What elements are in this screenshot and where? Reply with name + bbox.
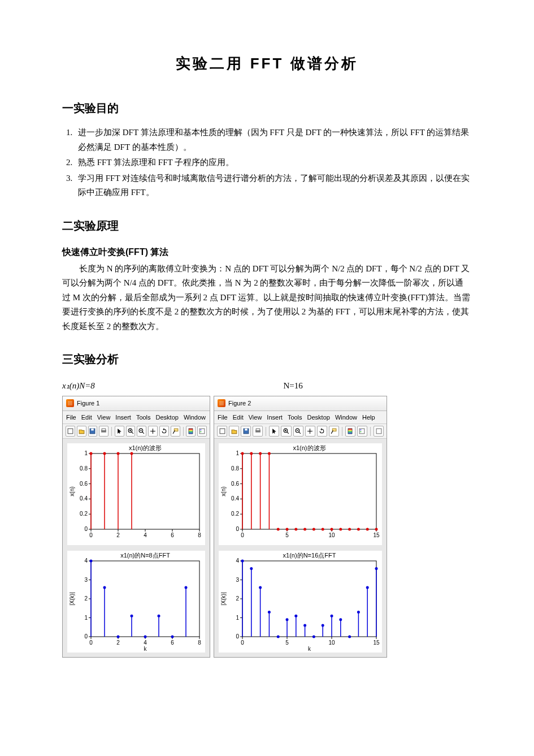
- menu-insert[interactable]: Insert: [267, 412, 283, 423]
- svg-point-222: [357, 611, 360, 614]
- svg-point-156: [303, 528, 306, 531]
- svg-text:3: 3: [236, 577, 239, 583]
- svg-text:x1(n)的N=16点FFT: x1(n)的N=16点FFT: [283, 552, 336, 559]
- chart-labels: x₁(n)N=8 N=16: [62, 379, 472, 394]
- datacursor-icon[interactable]: [329, 426, 339, 437]
- svg-text:8: 8: [198, 640, 201, 646]
- menu-desktop[interactable]: Desktop: [156, 412, 179, 423]
- svg-text:2: 2: [116, 532, 120, 538]
- svg-point-50: [103, 452, 106, 455]
- legend-icon[interactable]: [357, 426, 367, 437]
- zoom-in-icon[interactable]: [126, 426, 136, 437]
- pan-icon[interactable]: [148, 426, 158, 437]
- svg-point-200: [259, 586, 262, 589]
- svg-text:5: 5: [285, 532, 289, 538]
- legend-icon[interactable]: [197, 426, 207, 437]
- svg-text:3: 3: [84, 577, 88, 583]
- section-2-heading: 二实验原理: [62, 216, 472, 235]
- svg-point-160: [322, 528, 324, 531]
- axes-x1n16-fft: x1(n)的N=16点FFT01234051015|X(k)|k: [219, 551, 382, 653]
- menu-file[interactable]: File: [218, 412, 228, 423]
- svg-point-86: [131, 615, 133, 617]
- svg-text:6: 6: [171, 532, 174, 538]
- menu-window[interactable]: Window: [335, 412, 357, 423]
- svg-point-170: [366, 528, 369, 531]
- menu-view[interactable]: View: [97, 412, 111, 423]
- save-icon[interactable]: [241, 426, 251, 437]
- svg-rect-16: [189, 430, 193, 431]
- open-icon[interactable]: [229, 426, 239, 437]
- window-title: Figure 2: [228, 398, 251, 409]
- menu-tools[interactable]: Tools: [288, 412, 302, 423]
- svg-point-166: [348, 528, 351, 531]
- plot-tools-icon[interactable]: [374, 426, 384, 437]
- menu-insert[interactable]: Insert: [115, 412, 131, 423]
- svg-text:x(n): x(n): [220, 487, 227, 496]
- pan-icon[interactable]: [305, 426, 315, 437]
- section-1-heading: 一实验目的: [62, 98, 472, 118]
- svg-text:1: 1: [236, 450, 239, 456]
- new-icon[interactable]: [66, 426, 75, 437]
- svg-point-218: [339, 619, 342, 621]
- menubar[interactable]: File Edit View Insert Tools Desktop Wind…: [63, 411, 210, 425]
- svg-point-206: [286, 619, 289, 621]
- svg-text:0.6: 0.6: [80, 481, 88, 487]
- titlebar: Figure 1: [63, 396, 210, 411]
- zoom-in-icon[interactable]: [281, 426, 291, 437]
- divider: [111, 427, 112, 436]
- list-item: 熟悉 FFT 算法原理和 FFT 子程序的应用。: [75, 155, 472, 170]
- print-icon[interactable]: [253, 426, 263, 437]
- svg-rect-19: [199, 429, 205, 434]
- svg-text:0.2: 0.2: [231, 511, 239, 517]
- svg-point-164: [339, 528, 342, 531]
- pointer-icon[interactable]: [269, 426, 279, 437]
- svg-text:2: 2: [84, 595, 88, 602]
- svg-point-146: [259, 452, 262, 455]
- svg-text:2: 2: [116, 640, 120, 646]
- menu-view[interactable]: View: [249, 412, 262, 423]
- svg-text:4: 4: [144, 640, 147, 646]
- menu-help[interactable]: Help: [362, 412, 375, 423]
- save-icon[interactable]: [88, 426, 98, 437]
- svg-rect-56: [91, 561, 199, 637]
- page-title: 实验二用 FFT 做谱分析: [62, 51, 472, 76]
- divider: [342, 427, 342, 436]
- print-icon[interactable]: [99, 426, 108, 437]
- open-icon[interactable]: [77, 426, 86, 437]
- svg-text:x1(n)的波形: x1(n)的波形: [293, 444, 325, 451]
- matlab-icon: [218, 399, 225, 407]
- svg-text:0: 0: [89, 532, 93, 538]
- menu-window[interactable]: Window: [184, 412, 206, 423]
- rotate-icon[interactable]: [317, 426, 327, 437]
- menubar[interactable]: File Edit View Insert Tools Desktop Wind…: [214, 411, 387, 425]
- colorbar-icon[interactable]: [186, 426, 196, 437]
- svg-text:0.4: 0.4: [80, 496, 88, 502]
- svg-point-210: [303, 624, 306, 627]
- menu-tools[interactable]: Tools: [136, 412, 151, 423]
- new-icon[interactable]: [217, 426, 227, 437]
- svg-text:4: 4: [144, 532, 147, 538]
- zoom-out-icon[interactable]: [293, 426, 303, 437]
- pointer-icon[interactable]: [115, 426, 124, 437]
- svg-point-84: [117, 636, 120, 638]
- divider: [266, 427, 266, 436]
- menu-edit[interactable]: Edit: [81, 412, 92, 423]
- menu-desktop[interactable]: Desktop: [307, 412, 330, 423]
- section-2-paragraph: 长度为 N 的序列的离散傅立叶变换为：N 点的 DFT 可以分解为两个 N/2 …: [62, 262, 472, 334]
- svg-point-142: [241, 452, 244, 455]
- svg-point-198: [250, 567, 253, 570]
- svg-point-224: [366, 586, 369, 589]
- colorbar-icon[interactable]: [345, 426, 355, 437]
- zoom-out-icon[interactable]: [137, 426, 146, 437]
- svg-text:0: 0: [241, 532, 244, 538]
- svg-point-54: [131, 452, 133, 455]
- datacursor-icon[interactable]: [171, 426, 180, 437]
- rotate-icon[interactable]: [159, 426, 169, 437]
- matlab-icon: [66, 399, 74, 407]
- svg-rect-99: [256, 429, 260, 430]
- menu-file[interactable]: File: [66, 412, 76, 423]
- svg-text:2: 2: [236, 595, 239, 602]
- svg-rect-95: [220, 429, 225, 434]
- menu-edit[interactable]: Edit: [233, 412, 244, 423]
- svg-text:0.8: 0.8: [231, 465, 239, 472]
